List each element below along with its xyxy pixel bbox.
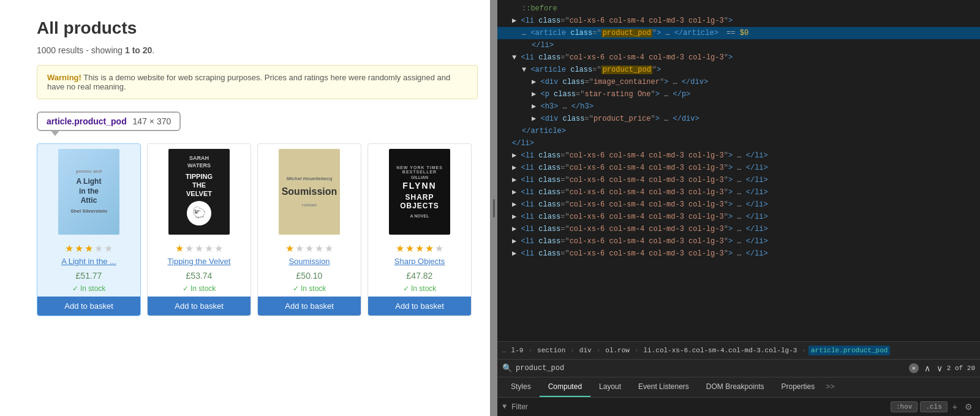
breadcrumb-l9[interactable]: l-9	[509, 346, 526, 355]
dom-line-end-li-1[interactable]: </li>	[497, 39, 980, 51]
star-4-2: ★	[405, 243, 414, 254]
star-4-3: ★	[415, 243, 424, 254]
tooltip-dims: 147 × 370	[133, 116, 172, 126]
product-price-2: £53.74	[148, 268, 251, 283]
results-range: 1 to 20	[125, 45, 152, 55]
product-price-4: £47.82	[368, 268, 471, 283]
star-rating-3: ★ ★ ★ ★ ★	[258, 239, 361, 257]
star-rating-2: ★ ★ ★ ★ ★	[148, 239, 251, 257]
add-to-basket-1[interactable]: Add to basket	[37, 297, 140, 316]
dom-line-li-6[interactable]: ▶ <li class="col-xs-6 col-sm-4 col-md-3 …	[497, 186, 980, 199]
dom-line-li-5[interactable]: ▶ <li class="col-xs-6 col-sm-4 col-md-3 …	[497, 174, 980, 186]
book-cover-4: NEW YORK TIMES BESTSELLER GILLIAN FLYNN …	[389, 149, 450, 235]
star-3-1: ★	[285, 243, 294, 254]
filter-plus-button[interactable]: +	[950, 401, 960, 412]
breadcrumb-article[interactable]: article.product_pod	[809, 346, 890, 355]
book-cover-1: poems and A Lightin theAttic Shel Silver…	[58, 149, 119, 235]
dom-line-li-11[interactable]: ▶ <li class="col-xs-6 col-sm-4 col-md-3 …	[497, 248, 980, 260]
star-1-3: ★	[85, 243, 93, 254]
product-title-3[interactable]: Soumission	[258, 257, 361, 268]
filter-settings-button[interactable]: ⚙	[962, 401, 975, 412]
star-4-5: ★	[435, 243, 443, 254]
product-title-1[interactable]: A Light in the ...	[37, 257, 140, 268]
dom-line-end-article[interactable]: </article>	[497, 125, 980, 137]
product-card-4: NEW YORK TIMES BESTSELLER GILLIAN FLYNN …	[368, 143, 472, 316]
products-grid: poems and A Lightin theAttic Shel Silver…	[37, 143, 478, 316]
dom-line-li-7[interactable]: ▶ <li class="col-xs-6 col-sm-4 col-md-3 …	[497, 199, 980, 211]
product-title-2[interactable]: Tipping the Velvet	[148, 257, 251, 268]
search-prev-button[interactable]: ∧	[922, 363, 932, 373]
page-title: All products	[37, 18, 478, 38]
tab-computed[interactable]: Computed	[540, 377, 590, 397]
star-1-2: ★	[75, 243, 83, 254]
star-2-3: ★	[195, 243, 203, 254]
breadcrumb-li-cols[interactable]: li.col-xs-6.col-sm-4.col-md-3.col-lg-3	[641, 346, 800, 355]
dom-line-before[interactable]: ::before	[497, 2, 980, 15]
product-image-1: poems and A Lightin theAttic Shel Silver…	[37, 144, 140, 239]
search-bar: 🔍 ✕ ∧ ∨ 2 of 20	[497, 359, 980, 377]
tooltip-class: article.product_pod	[47, 116, 127, 126]
filter-controls: :hov .cls + ⚙	[891, 401, 975, 412]
filter-bar: ▼ Filter :hov .cls + ⚙	[497, 397, 980, 416]
breadcrumb-div[interactable]: div	[577, 346, 594, 355]
tab-styles[interactable]: Styles	[502, 377, 540, 397]
warning-label: Warning!	[47, 73, 81, 82]
star-3-3: ★	[305, 243, 314, 254]
website-panel: All products 1000 results - showing 1 to…	[0, 0, 490, 416]
search-next-button[interactable]: ∨	[935, 363, 944, 373]
book-cover-2: SARAHWATERS TIPPINGTHEVELVET 🐑	[168, 149, 230, 235]
breadcrumb-ol-row[interactable]: ol.row	[603, 346, 632, 355]
star-rating-1: ★ ★ ★ ★ ★	[37, 239, 140, 257]
star-2-4: ★	[205, 243, 213, 254]
star-1-4: ★	[94, 243, 103, 254]
filter-hov[interactable]: :hov	[891, 401, 918, 412]
filter-label: Filter	[511, 403, 528, 411]
product-stock-4: In stock	[368, 283, 471, 297]
book-cover-3: Michel Houellebecq Soumission roman	[279, 149, 340, 235]
dom-line-li-2[interactable]: ▼ <li class="col-xs-6 col-sm-4 col-md-3 …	[497, 51, 980, 64]
dom-tree: ::before ▶ <li class="col-xs-6 col-sm-4 …	[497, 0, 980, 341]
dom-line-p-star[interactable]: ▶ <p class="star-rating One"> … </p>	[497, 88, 980, 100]
add-to-basket-2[interactable]: Add to basket	[148, 297, 251, 316]
tab-dom-breakpoints[interactable]: DOM Breakpoints	[698, 377, 773, 397]
dom-line-article-2[interactable]: ▼ <article class="product_pod">	[497, 64, 980, 76]
star-2-2: ★	[185, 243, 194, 254]
results-prefix: 1000 results - showing	[37, 45, 125, 55]
search-count: 2 of 20	[947, 365, 975, 372]
search-clear-button[interactable]: ✕	[909, 363, 919, 373]
star-3-2: ★	[295, 243, 304, 254]
add-to-basket-3[interactable]: Add to basket	[258, 297, 361, 316]
dom-line-end-li-2[interactable]: </li>	[497, 137, 980, 149]
star-3-5: ★	[325, 243, 333, 254]
tab-layout[interactable]: Layout	[590, 377, 630, 397]
panel-divider[interactable]	[490, 0, 497, 416]
product-stock-3: In stock	[258, 283, 361, 297]
dom-line-article-selected[interactable]: … <article class="product_pod"> … </arti…	[497, 27, 980, 39]
dom-line-li-8[interactable]: ▶ <li class="col-xs-6 col-sm-4 col-md-3 …	[497, 211, 980, 223]
dom-line-li-9[interactable]: ▶ <li class="col-xs-6 col-sm-4 col-md-3 …	[497, 223, 980, 235]
dom-line-li-4[interactable]: ▶ <li class="col-xs-6 col-sm-4 col-md-3 …	[497, 162, 980, 174]
product-card-3: Michel Houellebecq Soumission roman ★ ★ …	[257, 143, 361, 316]
search-input[interactable]	[516, 364, 905, 373]
filter-cls[interactable]: .cls	[920, 401, 947, 412]
tab-more[interactable]: >>	[823, 378, 837, 396]
star-1-5: ★	[104, 243, 113, 254]
dom-line-li-10[interactable]: ▶ <li class="col-xs-6 col-sm-4 col-md-3 …	[497, 235, 980, 248]
dom-line-h3[interactable]: ▶ <h3> … </h3>	[497, 100, 980, 113]
breadcrumb-section[interactable]: section	[535, 346, 568, 355]
star-4-1: ★	[396, 243, 404, 254]
warning-text: This is a demo website for web scraping …	[47, 73, 450, 91]
star-2-1: ★	[175, 243, 184, 254]
dom-line-li-3[interactable]: ▶ <li class="col-xs-6 col-sm-4 col-md-3 …	[497, 149, 980, 162]
add-to-basket-4[interactable]: Add to basket	[368, 297, 471, 316]
breadcrumb-bar: … l-9 › section › div › ol.row › li.col-…	[497, 341, 980, 359]
dom-line-li-1[interactable]: ▶ <li class="col-xs-6 col-sm-4 col-md-3 …	[497, 15, 980, 27]
dom-line-div-price[interactable]: ▶ <div class="product_price"> … </div>	[497, 113, 980, 125]
product-price-3: £50.10	[258, 268, 361, 283]
filter-icon: ▼	[502, 403, 507, 411]
dom-line-div-image[interactable]: ▶ <div class="image_container"> … </div>	[497, 76, 980, 88]
product-title-4[interactable]: Sharp Objects	[368, 257, 471, 268]
product-image-4: NEW YORK TIMES BESTSELLER GILLIAN FLYNN …	[368, 144, 471, 239]
tab-event-listeners[interactable]: Event Listeners	[630, 377, 698, 397]
tab-properties[interactable]: Properties	[773, 377, 824, 397]
